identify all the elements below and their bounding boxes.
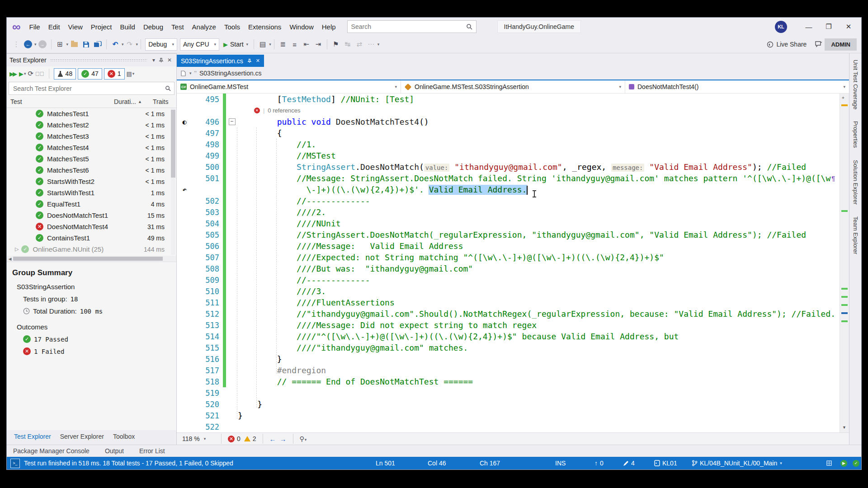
warning-count[interactable]: 2 (244, 435, 256, 442)
branch-indicator[interactable]: KL/04B_NUnit_KL/00_Main ▾ (692, 457, 782, 469)
test-row[interactable]: ✓MatchesTest4< 1 ms (7, 142, 176, 153)
code-cleanup-button[interactable]: ⚲▾ (300, 435, 307, 442)
menu-tools[interactable]: Tools (220, 21, 244, 33)
user-avatar[interactable]: KL (775, 21, 787, 33)
menu-debug[interactable]: Debug (139, 21, 167, 33)
outdent-button[interactable]: ⇤ (302, 39, 311, 50)
insert-mode-indicator[interactable]: INS (555, 457, 566, 469)
pinned-file-row[interactable]: ▾ '' S03StringAssertion.cs (177, 67, 849, 80)
solution-platform-select[interactable]: Any CPU▾ (180, 38, 219, 51)
feedback-icon[interactable] (814, 39, 824, 50)
column-traits[interactable]: Traits (153, 98, 176, 105)
repeat-last-run-button[interactable]: ⟳ (28, 70, 34, 78)
save-all-button[interactable] (93, 39, 103, 50)
redo-button[interactable]: ↷ (125, 39, 135, 50)
close-button[interactable]: ✕ (839, 19, 859, 34)
solution-configuration-select[interactable]: Debug▾ (145, 38, 177, 51)
scrollbar-split-icon[interactable]: + (842, 95, 848, 100)
test-row[interactable]: ✓MatchesTest1< 1 ms (7, 108, 176, 119)
menu-edit[interactable]: Edit (44, 21, 64, 33)
test-row[interactable]: ✓MatchesTest3< 1 ms (7, 131, 176, 142)
new-project-dropdown[interactable]: ▾ (66, 42, 69, 47)
navigate-back-icon[interactable]: ← (269, 435, 276, 443)
pending-changes[interactable]: 4 (623, 457, 635, 469)
test-list-scrollbar[interactable] (171, 108, 175, 255)
clear-bookmarks-button[interactable]: ⋯ (366, 39, 376, 50)
menu-build[interactable]: Build (116, 21, 139, 33)
window-position-icon[interactable]: ▾ (152, 57, 155, 63)
test-row[interactable]: ✓DoesNotMatchTest115 ms (7, 210, 176, 221)
margin-glyph-icon[interactable]: ◐ (177, 118, 192, 126)
failed-test-icon[interactable]: ✕ (254, 108, 260, 113)
class-dropdown[interactable]: OnlineGame.MSTest.S03StringAssertion ▾ (401, 80, 625, 93)
repository-indicator[interactable]: KL01 (654, 457, 677, 469)
close-panel-icon[interactable]: ✕ (167, 57, 172, 63)
error-count[interactable]: ✕0 (228, 435, 241, 442)
code-editor[interactable]: ¶ 495 [TestMethod] //NUnit: [Test] ✕|0 r… (177, 94, 849, 432)
autohide-tab-properties[interactable]: Properties (852, 121, 859, 148)
dock-tab-test-explorer[interactable]: Test Explorer (10, 432, 55, 441)
bookmark-button[interactable]: ⚑ (331, 39, 341, 50)
file-dropdown-icon[interactable]: ▾ (189, 71, 192, 75)
document-tab[interactable]: S03StringAssertion.cs ✕ (177, 55, 264, 67)
code-line[interactable]: 518 // ====== End of DoesNotMatchTest ==… (177, 376, 840, 387)
save-button[interactable] (81, 39, 91, 50)
run-test-button[interactable]: ▶▾ (19, 70, 26, 77)
test-explorer-titlebar[interactable]: Test Explorer ▾ ✕ (7, 54, 176, 66)
codelens-row[interactable]: ✕|0 references (177, 105, 840, 116)
test-row[interactable]: ✓ContainsTest149 ms (7, 232, 176, 244)
line-list-button[interactable]: ≡ (290, 39, 300, 50)
autohide-tab-team-explorer[interactable]: Team Explorer (852, 216, 859, 254)
fold-margin[interactable]: − (226, 118, 238, 125)
maximize-button[interactable]: ❐ (819, 19, 839, 34)
menu-view[interactable]: View (64, 21, 87, 33)
undo-button[interactable]: ↶ (110, 39, 120, 50)
character-indicator[interactable]: Ch 167 (480, 457, 500, 469)
bookmarks-dropdown[interactable]: ▾ (377, 42, 380, 47)
test-row[interactable]: ✓MatchesTest5< 1 ms (7, 153, 176, 164)
code-line[interactable]: 497 { (177, 127, 840, 139)
column-indicator[interactable]: Col 46 (428, 457, 446, 469)
autohide-tab-unit-test-coverage[interactable]: Unit Test Coverage (852, 60, 859, 109)
test-list-hscrollbar[interactable]: ◀ (7, 256, 176, 262)
autohide-tab-solution-explorer[interactable]: Solution Explorer (852, 160, 859, 205)
menu-extensions[interactable]: Extensions (244, 21, 285, 33)
start-debug-button[interactable]: ▶Start▾ (221, 39, 251, 50)
passed-tests-badge[interactable]: ✓ 47 (78, 68, 102, 80)
member-dropdown[interactable]: DoesNotMatchTest4() ▾ (625, 80, 849, 93)
cancel-run-button[interactable]: ▶⃠ (35, 70, 44, 77)
project-dropdown[interactable]: C# OnlineGame.MSTest ▾ (177, 80, 401, 93)
redo-dropdown[interactable]: ▾ (136, 42, 138, 47)
test-row[interactable]: ✓StartsWithTest2< 1 ms (7, 176, 176, 187)
console-status-icon[interactable]: >_ (10, 459, 20, 468)
test-row[interactable]: ✓StartsWithTest11 ms (7, 187, 176, 198)
column-duration[interactable]: Durati...▲ (114, 98, 153, 105)
test-row[interactable]: ✓MatchesTest6< 1 ms (7, 164, 176, 176)
total-tests-badge[interactable]: 48 (54, 68, 76, 80)
menu-help[interactable]: Help (318, 21, 340, 33)
group-by-button[interactable]: ▤▾ (127, 70, 135, 77)
navigate-forward-icon[interactable]: → (280, 435, 287, 443)
autohide-tab-package-manager-console[interactable]: Package Manager Console (13, 447, 90, 455)
attach-process-button[interactable]: ▤ (258, 39, 268, 50)
tab-pin-icon[interactable] (247, 59, 252, 63)
codelens-references[interactable]: 0 references (268, 107, 300, 114)
code-line[interactable]: 495 [TestMethod] //NUnit: [Test] (177, 94, 840, 105)
code-line[interactable]: 519 (177, 387, 840, 399)
failed-tests-badge[interactable]: ✕ 1 (104, 68, 125, 80)
menu-project[interactable]: Project (87, 21, 116, 33)
scroll-down-icon[interactable]: ▼ (842, 425, 849, 430)
navigate-backward-dropdown[interactable]: ▾ (34, 42, 37, 47)
minimize-button[interactable]: — (799, 19, 819, 34)
indent-button[interactable]: ⇥ (313, 39, 323, 50)
open-file-button[interactable] (69, 39, 79, 50)
code-line[interactable]: ◐496− public void DoesNotMatchTest4() (177, 116, 840, 127)
line-indicator[interactable]: Ln 501 (376, 457, 395, 469)
pin-icon[interactable] (159, 58, 164, 63)
ready-check-icon[interactable]: ✓ (853, 457, 859, 469)
extension-status-icon[interactable] (826, 457, 832, 469)
column-test[interactable]: Test (10, 98, 114, 105)
prev-bookmark-button[interactable]: ↹ (343, 39, 353, 50)
dock-tab-toolbox[interactable]: Toolbox (109, 432, 138, 441)
scroll-left-icon[interactable]: ◀ (7, 257, 13, 261)
